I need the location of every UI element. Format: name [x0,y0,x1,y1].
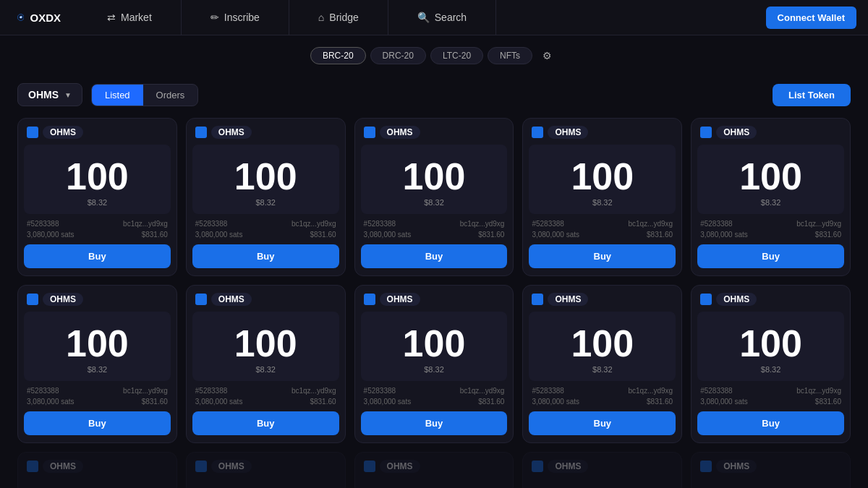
nav-item-bridge[interactable]: ⌂ Bridge [289,0,388,35]
svg-rect-4 [534,129,541,136]
tab-nfts[interactable]: NFTs [488,47,532,64]
logo-icon [17,6,24,29]
card-price: $831.60 [815,398,841,406]
token-selector[interactable]: OHMS ▼ [17,83,82,106]
nav-item-inscribe[interactable]: ✏ Inscribe [182,0,289,35]
buy-button[interactable]: Buy [529,244,676,268]
tab-drc20[interactable]: DRC-20 [370,47,426,64]
card-wallet: bc1qz...yd9xg [123,220,168,228]
token-icon [700,127,712,138]
filter-row: OHMS ▼ Listed Orders List Token [0,72,868,118]
nav-item-search[interactable]: 🔍 Search [388,0,496,35]
card-sats: 3,080,000 sats [364,231,412,239]
card-sats-row: 3,080,000 sats $831.60 [187,398,345,411]
token-icon [364,461,375,472]
buy-button[interactable]: Buy [192,411,339,435]
card-price: $831.60 [647,231,673,239]
card-body: 100 $8.32 [192,145,339,214]
token-icon [532,127,543,138]
settings-icon[interactable]: ⚙ [537,47,558,64]
card-wallet: bc1qz...yd9xg [292,220,336,228]
card-info: #5283388 bc1qz...yd9xg [18,214,176,231]
buy-button[interactable]: Buy [697,411,844,435]
token-icon [27,294,38,305]
card-sats: 3,080,000 sats [700,398,748,406]
card-price: $831.60 [478,398,504,406]
svg-rect-7 [197,296,205,303]
card-partial-header: OHMS [692,453,850,479]
card-body: 100 $8.32 [697,312,844,381]
card-usd: $8.32 [201,365,331,374]
card-amount: 100 [370,158,499,195]
list-token-button[interactable]: List Token [773,84,851,106]
card-amount: 100 [201,158,331,195]
card-amount: 100 [537,158,667,195]
view-tab-orders[interactable]: Orders [143,85,198,106]
token-card-partial: OHMS [354,452,514,488]
svg-rect-9 [534,296,541,303]
token-card: OHMS 100 $8.32 #5283388 bc1qz...yd9xg 3,… [17,118,177,276]
card-partial-header: OHMS [187,453,345,479]
card-amount: 100 [201,325,331,362]
card-body: 100 $8.32 [24,145,171,214]
tab-ltc20[interactable]: LTC-20 [430,47,483,64]
card-wallet: bc1qz...yd9xg [628,387,673,395]
token-card: OHMS 100 $8.32 #5283388 bc1qz...yd9xg 3,… [522,285,682,443]
card-price: $831.60 [310,231,336,239]
card-wallet: bc1qz...yd9xg [460,387,505,395]
card-amount: 100 [33,158,162,195]
token-icon [27,127,38,138]
tab-brc20[interactable]: BRC-20 [310,47,366,64]
card-usd: $8.32 [537,365,667,374]
logo[interactable]: OXDX [0,6,78,29]
card-info: #5283388 bc1qz...yd9xg [187,381,345,398]
cards-grid-row2: OHMS 100 $8.32 #5283388 bc1qz...yd9xg 3,… [0,285,868,443]
card-id: #5283388 [700,387,733,395]
card-token-name: OHMS [716,460,757,473]
card-token-name: OHMS [380,460,420,473]
card-sats: 3,080,000 sats [27,231,75,239]
card-sats: 3,080,000 sats [27,398,75,406]
card-info: #5283388 bc1qz...yd9xg [523,214,681,231]
buy-button[interactable]: Buy [529,411,676,435]
card-token-name: OHMS [211,126,252,139]
connect-wallet-button[interactable]: Connect Wallet [766,7,856,29]
bridge-icon: ⌂ [318,12,324,23]
card-header: OHMS [18,286,176,312]
card-usd: $8.32 [33,198,162,207]
buy-button[interactable]: Buy [361,411,508,435]
buy-button[interactable]: Buy [24,411,171,435]
buy-button[interactable]: Buy [24,244,171,268]
inscribe-icon: ✏ [210,12,219,23]
card-token-name: OHMS [548,126,588,139]
token-icon [532,294,543,305]
card-id: #5283388 [364,220,396,228]
card-sats-row: 3,080,000 sats $831.60 [523,231,681,244]
buy-button[interactable]: Buy [361,244,508,268]
card-sats-row: 3,080,000 sats $831.60 [523,398,681,411]
card-usd: $8.32 [706,365,835,374]
buy-button[interactable]: Buy [192,244,339,268]
card-header: OHMS [18,119,176,145]
svg-rect-15 [702,463,710,470]
card-sats: 3,080,000 sats [195,398,243,406]
card-usd: $8.32 [706,198,835,207]
card-usd: $8.32 [33,365,162,374]
nav-item-market[interactable]: ⇄ Market [78,0,182,35]
card-wallet: bc1qz...yd9xg [460,220,505,228]
card-id: #5283388 [27,387,59,395]
token-icon [195,294,207,305]
card-info: #5283388 bc1qz...yd9xg [355,381,514,398]
card-body: 100 $8.32 [529,145,676,214]
card-amount: 100 [33,325,162,362]
view-tab-listed[interactable]: Listed [92,85,143,106]
card-id: #5283388 [364,387,396,395]
svg-rect-11 [29,463,36,470]
token-icon [700,461,712,472]
card-info: #5283388 bc1qz...yd9xg [18,381,176,398]
svg-rect-3 [366,129,373,136]
token-card: OHMS 100 $8.32 #5283388 bc1qz...yd9xg 3,… [354,118,514,276]
buy-button[interactable]: Buy [697,244,844,268]
card-header: OHMS [187,286,345,312]
card-sats: 3,080,000 sats [532,398,579,406]
